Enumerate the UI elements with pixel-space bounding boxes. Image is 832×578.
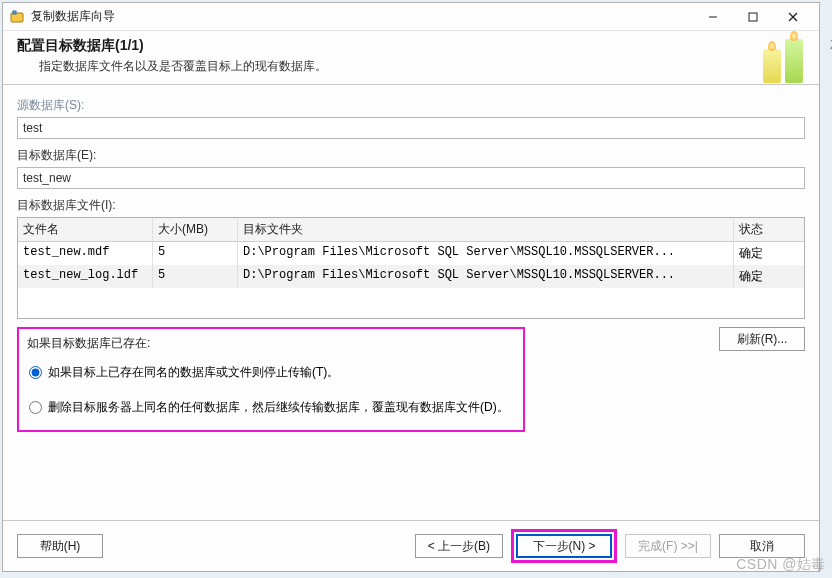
exists-options-group: 如果目标数据库已存在: 如果目标上已存在同名的数据库或文件则停止传输(T)。 删…	[17, 327, 525, 432]
grid-body: test_new.mdf 5 D:\Program Files\Microsof…	[18, 242, 804, 318]
window-controls	[693, 4, 813, 30]
page-title: 配置目标数据库(1/1)	[17, 37, 805, 55]
wizard-header: 配置目标数据库(1/1) 指定数据库文件名以及是否覆盖目标上的现有数据库。	[3, 31, 819, 85]
target-files-label: 目标数据库文件(I):	[17, 197, 805, 214]
radio-stop[interactable]: 如果目标上已存在同名的数据库或文件则停止传输(T)。	[29, 364, 515, 381]
radio-overwrite[interactable]: 删除目标服务器上同名的任何数据库，然后继续传输数据库，覆盖现有数据库文件(D)。	[29, 399, 515, 416]
wizard-window: 复制数据库向导 配置目标数据库(1/1) 指定数据库文件名以及是否覆盖目标上的现…	[2, 2, 820, 572]
back-button[interactable]: < 上一步(B)	[415, 534, 503, 558]
grid-header: 文件名 大小(MB) 目标文件夹 状态	[18, 218, 804, 242]
next-button[interactable]: 下一步(N) >	[516, 534, 612, 558]
col-header-status[interactable]: 状态	[734, 218, 804, 241]
page-subtitle: 指定数据库文件名以及是否覆盖目标上的现有数据库。	[39, 58, 805, 75]
content-area: 源数据库(S): 目标数据库(E): 目标数据库文件(I): 文件名 大小(MB…	[3, 85, 819, 520]
source-db-label: 源数据库(S):	[17, 97, 805, 114]
cell-size: 5	[153, 265, 238, 288]
target-db-input[interactable]	[17, 167, 805, 189]
wizard-decoration-icon	[755, 35, 815, 83]
source-db-input[interactable]	[17, 117, 805, 139]
cell-status: 确定	[734, 242, 804, 265]
next-highlight: 下一步(N) >	[511, 529, 617, 563]
radio-overwrite-input[interactable]	[29, 401, 42, 414]
col-header-size[interactable]: 大小(MB)	[153, 218, 238, 241]
close-button[interactable]	[773, 4, 813, 30]
titlebar: 复制数据库向导	[3, 3, 819, 31]
refresh-button[interactable]: 刷新(R)...	[719, 327, 805, 351]
app-icon	[9, 9, 25, 25]
col-header-name[interactable]: 文件名	[18, 218, 153, 241]
table-row[interactable]: test_new.mdf 5 D:\Program Files\Microsof…	[18, 242, 804, 265]
cell-name: test_new.mdf	[18, 242, 153, 265]
table-row[interactable]: test_new_log.ldf 5 D:\Program Files\Micr…	[18, 265, 804, 288]
minimize-button[interactable]	[693, 4, 733, 30]
files-grid: 文件名 大小(MB) 目标文件夹 状态 test_new.mdf 5 D:\Pr…	[17, 217, 805, 319]
finish-button: 完成(F) >>|	[625, 534, 711, 558]
svg-rect-3	[749, 13, 757, 21]
help-button[interactable]: 帮助(H)	[17, 534, 103, 558]
target-db-label: 目标数据库(E):	[17, 147, 805, 164]
radio-stop-label: 如果目标上已存在同名的数据库或文件则停止传输(T)。	[48, 364, 339, 381]
cell-name: test_new_log.ldf	[18, 265, 153, 288]
cell-path: D:\Program Files\Microsoft SQL Server\MS…	[238, 265, 734, 288]
radio-overwrite-label: 删除目标服务器上同名的任何数据库，然后继续传输数据库，覆盖现有数据库文件(D)。	[48, 399, 509, 416]
window-title: 复制数据库向导	[31, 8, 693, 25]
cancel-button[interactable]: 取消	[719, 534, 805, 558]
maximize-button[interactable]	[733, 4, 773, 30]
cell-size: 5	[153, 242, 238, 265]
wizard-footer: 帮助(H) < 上一步(B) 下一步(N) > 完成(F) >>| 取消	[3, 520, 819, 571]
radio-stop-input[interactable]	[29, 366, 42, 379]
col-header-path[interactable]: 目标文件夹	[238, 218, 734, 241]
group-title: 如果目标数据库已存在:	[27, 335, 515, 352]
svg-rect-1	[13, 11, 16, 14]
cell-path: D:\Program Files\Microsoft SQL Server\MS…	[238, 242, 734, 265]
cell-status: 确定	[734, 265, 804, 288]
